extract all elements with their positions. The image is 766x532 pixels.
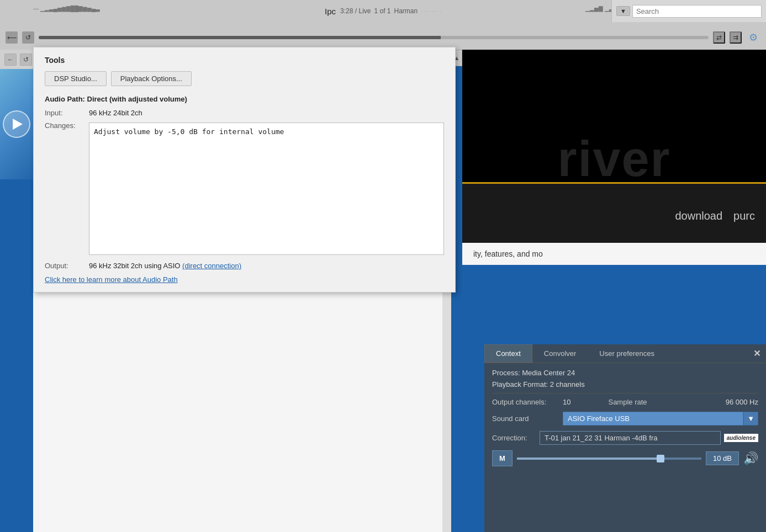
album-actions: download purc [462, 182, 766, 248]
refresh-button[interactable]: ↺ [20, 54, 32, 66]
volume-row: M 10 dB 🔊 [492, 450, 758, 466]
progress-area: ⟵ ↺ ⇄ ⇉ ⚙ [0, 25, 766, 50]
changes-textarea[interactable] [89, 123, 444, 255]
volume-fill [517, 457, 664, 460]
output-channels-label: Output channels: [492, 398, 558, 406]
search-area: ▼ [611, 0, 766, 22]
top-bar: — ▁▂▃▄▅▆▇██▇▆▅▄▃ Ipc 3:28 / Live 1 of 1 … [0, 0, 766, 50]
sample-rate-value: 96 000 Hz [726, 398, 758, 406]
close-button[interactable]: ✕ [748, 346, 766, 361]
divider [492, 393, 758, 393]
changes-row: Changes: [45, 121, 444, 255]
sound-card-row: Sound card ASIO Fireface USB ▼ [492, 412, 758, 425]
audio-path-heading: Audio Path: Direct (with adjusted volume… [45, 95, 444, 103]
track-of: 1 of 1 [374, 7, 390, 15]
download-link[interactable]: download [675, 210, 722, 222]
track-artist: Harman [394, 7, 418, 15]
dots: · · · · · · [421, 7, 441, 15]
process-info: Process: Media Center 24 [492, 369, 758, 377]
output-channels-row: Output channels: 10 Sample rate 96 000 H… [492, 398, 758, 406]
correction-label: Correction: [492, 434, 536, 442]
output-value: 96 kHz 32bit 2ch using ASIO [89, 262, 180, 270]
search-input[interactable] [632, 5, 762, 18]
features-text: ity, features, and mo [462, 243, 766, 265]
back-icon[interactable]: ⟵ [6, 31, 18, 44]
sample-rate-label: Sample rate [608, 398, 647, 406]
input-label: Input: [45, 109, 89, 117]
sound-card-dropdown-arrow[interactable]: ▼ [743, 412, 758, 425]
tab-context[interactable]: Context [484, 344, 532, 363]
output-channels-value: 10 [563, 398, 570, 406]
tab-user-preferences[interactable]: User preferences [588, 344, 666, 363]
progress-fill [39, 36, 441, 39]
playback-format-label: Playback Format: 2 channels [492, 380, 585, 389]
audiolense-logo: audiolense [724, 434, 758, 442]
tab-convolver[interactable]: Convolver [532, 344, 588, 363]
waveform-left: — ▁▂▃▄▅▆▇██▇▆▅▄▃ [33, 6, 100, 12]
progress-bar[interactable] [39, 36, 709, 39]
dsp-studio-button[interactable]: DSP Studio... [45, 71, 107, 86]
mute-button[interactable]: M [492, 450, 513, 466]
volume-slider[interactable] [517, 457, 701, 460]
speaker-icon: 🔊 [743, 451, 758, 466]
process-label: Process: Media Center 24 [492, 369, 575, 377]
playback-format-info: Playback Format: 2 channels [492, 380, 758, 389]
input-value: 96 kHz 24bit 2ch [89, 109, 142, 117]
sound-card-value[interactable]: ASIO Fireface USB [563, 412, 743, 425]
output-direct-link[interactable]: (direct connection) [182, 262, 241, 270]
purchase-link[interactable]: purc [733, 210, 755, 222]
track-title: Ipc [325, 7, 336, 16]
correction-input[interactable] [540, 431, 721, 445]
track-time: 3:28 / Live [340, 7, 371, 15]
search-dropdown-button[interactable]: ▼ [616, 6, 630, 16]
volume-thumb[interactable] [657, 455, 664, 462]
album-art [0, 69, 33, 179]
tools-buttons: DSP Studio... Playback Options... [45, 71, 444, 86]
volume-value: 10 dB [706, 451, 739, 465]
refresh-icon[interactable]: ↺ [22, 31, 34, 44]
track-meta: 3:28 / Live 1 of 1 Harman · · · · · · [340, 7, 441, 15]
input-row: Input: 96 kHz 24bit 2ch [45, 109, 444, 117]
bottom-panel: Context Convolver User preferences ✕ Pro… [484, 344, 766, 532]
sound-card-label: Sound card [492, 414, 558, 423]
tools-overlay: Tools DSP Studio... Playback Options... … [33, 47, 456, 292]
back-button[interactable]: ← [4, 54, 17, 66]
changes-label: Changes: [45, 121, 89, 130]
album-panel: river [462, 50, 766, 188]
transport-btn-2[interactable]: ⇉ [730, 31, 742, 44]
tools-title: Tools [45, 56, 444, 65]
sound-card-select-container: ASIO Fireface USB ▼ [563, 412, 758, 425]
playback-options-button[interactable]: Playback Options... [111, 71, 192, 86]
bottom-content: Process: Media Center 24 Playback Format… [484, 363, 766, 472]
right-blue-background [462, 265, 766, 344]
play-icon [13, 119, 23, 130]
correction-row: Correction: audiolense [492, 431, 758, 445]
bottom-tabs: Context Convolver User preferences ✕ [484, 344, 766, 363]
gear-icon[interactable]: ⚙ [746, 30, 760, 45]
album-cover-text: river [557, 131, 670, 187]
output-label: Output: [45, 262, 89, 270]
play-circle[interactable] [3, 110, 30, 138]
output-row: Output: 96 kHz 32bit 2ch using ASIO (dir… [45, 262, 444, 270]
transport-btn-1[interactable]: ⇄ [713, 31, 725, 44]
learn-more-link[interactable]: Click here to learn more about Audio Pat… [45, 275, 444, 284]
